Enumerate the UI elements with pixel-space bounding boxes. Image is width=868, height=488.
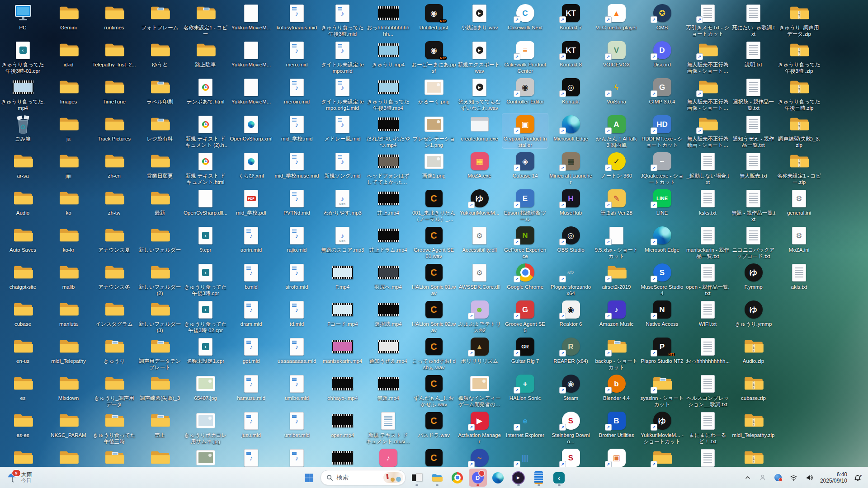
desktop-icon[interactable]: ‹きゅうり食ってた午後3時-02.cpr [183, 299, 228, 333]
desktop-icon[interactable]: 名称未設定1 - コピー.zip [776, 150, 822, 185]
desktop-icon[interactable]: cubase.zip [731, 373, 776, 401]
desktop-icon[interactable]: ▦MoZA.exe [457, 150, 502, 179]
desktop-icon[interactable]: Mixdown [46, 373, 91, 401]
desktop-icon[interactable]: ♪タイトル未設定.tempo.mid [320, 39, 365, 74]
desktop-icon[interactable]: ϟ↗VoiSona [594, 76, 639, 105]
desktop-icon[interactable]: ✪↗CMS [639, 2, 685, 31]
desktop-icon[interactable]: ♪新規ソング.mid [320, 150, 365, 179]
desktop-icon[interactable]: createdump.exe [457, 113, 502, 142]
desktop-icon[interactable]: open - 親作品一覧.txt [685, 262, 731, 296]
desktop-icon[interactable] [320, 447, 365, 468]
desktop-icon[interactable]: CGroove Agent SE 01.wav [411, 225, 457, 259]
desktop-icon[interactable]: ☻↗ぷよぷよ™テトリス®2 [457, 299, 502, 333]
desktop-icon[interactable]: ◉NT2Untitled.ppsf [411, 2, 457, 31]
desktop-icon[interactable]: 売上 [137, 410, 183, 438]
desktop-icon[interactable]: Cずんだもん_しおかぜふ.wav [411, 373, 457, 408]
desktop-icon[interactable]: 路上駐車 [183, 39, 228, 68]
desktop-icon[interactable]: ✓↗ノートン 360 [594, 150, 639, 179]
desktop-icon[interactable]: runtimes [91, 2, 137, 31]
desktop-icon[interactable]: ↗ [639, 447, 685, 468]
desktop-icon[interactable]: ♪uaaaaaaaaa.mid [274, 336, 320, 364]
desktop-icon[interactable]: ▶答え知っててもむずいわこれ.wav [457, 76, 502, 111]
desktop-icon[interactable]: H↗MuseHub [548, 188, 594, 216]
desktop-icon[interactable]: ♪mero.mid [274, 39, 320, 68]
desktop-icon[interactable]: _起動しない場合.txt [685, 150, 731, 185]
desktop-icon[interactable]: Audio.zip [731, 336, 776, 364]
desktop-icon[interactable]: ♪ [274, 447, 320, 468]
desktop-icon[interactable]: 選択肢 - 親作品一覧.txt [731, 76, 776, 111]
desktop-icon[interactable]: ▶小銭詰まり.wav [457, 2, 502, 31]
desktop-icon[interactable]: 通知うぜえ - 親作品一覧.txt [731, 113, 776, 148]
desktop-icon[interactable]: +↗HALion Sonic [502, 373, 548, 401]
desktop-icon[interactable] [685, 447, 731, 468]
taskbar-app-cubase[interactable]: ‹ [550, 469, 568, 487]
desktop-icon[interactable]: ♪dram.mid [228, 299, 274, 327]
desktop-icon[interactable]: 新規 テキスト ドキュメント (2).html [183, 113, 228, 148]
desktop-icon[interactable]: sfz↗Plogue sforzando x64 [548, 262, 594, 296]
desktop-icon[interactable]: ▣↗Crypton Product Installer [502, 113, 548, 148]
desktop-icon[interactable]: だれだFXいれたやつ.mp4 [365, 113, 411, 148]
desktop-icon[interactable]: ♪↗Amazon Music [594, 299, 639, 327]
desktop-icon[interactable]: 羽尻へ.mp4 [365, 262, 411, 290]
desktop-icon[interactable]: ohhayo-.mp4 [320, 373, 365, 401]
search-box[interactable]: 検索 [321, 470, 406, 485]
desktop-icon[interactable]: 画像1.png [411, 150, 457, 179]
desktop-icon[interactable]: |||↗ [502, 447, 548, 468]
volume-icon[interactable] [804, 473, 815, 483]
desktop-icon[interactable]: ◎↗Kontakt [548, 76, 594, 105]
desktop-icon[interactable]: en-us [0, 336, 46, 364]
desktop-icon[interactable]: 新しいフォルダー [137, 225, 183, 253]
desktop-icon[interactable]: ▲↗VLC media player [594, 2, 639, 31]
desktop-icon[interactable]: es [0, 373, 46, 401]
desktop-icon[interactable]: B↗Brother Utilities [594, 410, 639, 438]
notification-bell-icon[interactable]: z z [853, 473, 863, 483]
taskbar-app-notes-app[interactable] [530, 469, 548, 487]
desktop-icon[interactable]: きゅうり [91, 336, 137, 364]
desktop-icon[interactable]: まにまにわーるど！.txt [685, 410, 731, 445]
desktop-icon[interactable]: ゆF.ymmp [731, 262, 776, 290]
desktop-icon[interactable]: CHALion Sonic 02.wav [411, 299, 457, 333]
desktop-icon[interactable]: ♪b.mid [228, 262, 274, 290]
desktop-icon[interactable]: ko [46, 188, 91, 216]
taskbar-app-discord[interactable]: D [469, 469, 487, 487]
desktop-icon[interactable]: おっhhhhhhhhhhhhh... [365, 2, 411, 37]
desktop-icon[interactable]: LINE↗LINE [639, 188, 685, 216]
desktop-icon[interactable]: ♪ [365, 447, 411, 468]
desktop-icon[interactable]: ニコニコバックアップコード.txt [731, 225, 776, 259]
desktop-icon[interactable]: OpenCvSharp.xml [228, 113, 274, 142]
desktop-icon[interactable]: D↗Discord [639, 39, 685, 68]
desktop-icon[interactable]: V↗VOICEVOX [594, 39, 639, 68]
desktop-icon[interactable]: ゆうと [137, 39, 183, 68]
desktop-icon[interactable]: YukkuriMovieM... [228, 76, 274, 105]
desktop-icon[interactable]: YukkuriMovieM... [228, 2, 274, 31]
desktop-icon[interactable]: malib [46, 262, 91, 290]
desktop-icon[interactable]: ↗9.5.xlsx - ショートカット [594, 225, 639, 259]
desktop-icon[interactable]: cubase [0, 299, 46, 327]
desktop-icon[interactable]: WIFI.txt [685, 299, 731, 327]
desktop-icon[interactable]: ゆ↗YukkuriMovieM... - ショートカット [639, 410, 685, 445]
desktop-icon[interactable]: jijii [46, 150, 91, 179]
desktop-icon[interactable]: C↗Cakewalk Next [502, 2, 548, 31]
desktop-icon[interactable]: ↗万引きメモ.txt - ショートカット [685, 2, 731, 37]
desktop-icon[interactable]: ↗syasinn - ショートカット [639, 373, 685, 408]
desktop-icon[interactable]: ♪umibe.mid [274, 373, 320, 401]
desktop-icon[interactable]: ラベル印刷 [137, 76, 183, 105]
desktop-icon[interactable]: S↗MuseScore Studio 4 [639, 262, 685, 296]
desktop-icon[interactable]: ♪jusu.mid [228, 410, 274, 438]
desktop-icon[interactable]: ▦↗Minecraft Launcher [548, 150, 594, 185]
desktop-icon[interactable]: Telepathy_Inst_2... [91, 39, 137, 68]
desktop-icon[interactable]: ♪タイトル未設定.tempo.orig1.mid [320, 76, 365, 111]
desktop-icon[interactable]: OpenCvSharp.dll... [183, 188, 228, 216]
desktop-icon[interactable]: ↗無人販売不正行為動画 - ショートカット [685, 113, 731, 148]
desktop-icon[interactable]: zh-cn [91, 150, 137, 179]
desktop-icon[interactable]: ♪MP3無題のスコア.mp3 [320, 225, 365, 253]
desktop-icon[interactable]: ♪rajio.mid [274, 225, 320, 253]
desktop-icon[interactable]: きゅうり_調声用データ [91, 373, 137, 408]
desktop-icon[interactable]: open.mp4 [320, 410, 365, 438]
desktop-icon[interactable]: ♻ごみ箱 [0, 113, 46, 142]
desktop-icon[interactable]: HD↗HDDFMT.exe - ショートカット [639, 113, 685, 148]
desktop-icon[interactable]: きゅうり食ってた午後3時 .zip [776, 39, 822, 74]
taskbar-weather-widget[interactable]: 9 大雨 今日 [2, 469, 37, 487]
start-button[interactable] [300, 469, 318, 487]
desktop-icon[interactable]: N↗GeForce Experience [502, 225, 548, 259]
